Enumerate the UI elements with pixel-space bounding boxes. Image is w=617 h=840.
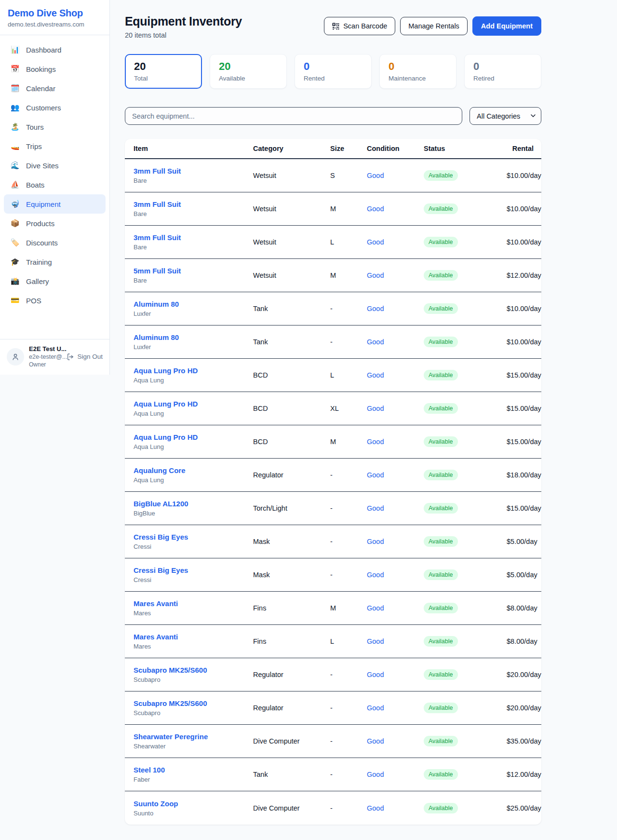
condition-link[interactable]: Good [367, 271, 384, 279]
stat-card-total[interactable]: 20 Total [125, 54, 202, 89]
status-badge: Available [424, 669, 458, 680]
condition-link[interactable]: Good [367, 571, 384, 579]
item-cell: Cressi Big Eyes Cressi [134, 566, 253, 583]
add-equipment-button[interactable]: Add Equipment [472, 16, 541, 36]
equipment-name-link[interactable]: Aqualung Core [134, 466, 186, 474]
sidebar-item[interactable]: 🚤 Trips [4, 136, 106, 156]
condition-cell: Good [367, 238, 424, 246]
condition-link[interactable]: Good [367, 471, 384, 479]
sidebar-item[interactable]: 🤿 Equipment [4, 194, 106, 214]
condition-link[interactable]: Good [367, 438, 384, 446]
equipment-category: Wetsuit [253, 271, 330, 279]
status-badge: Available [424, 736, 458, 746]
equipment-name-link[interactable]: 3mm Full Suit [134, 200, 181, 208]
equipment-brand: Shearwater [134, 743, 253, 750]
table-row: Aluminum 80 Luxfer Tank - Good Available… [125, 325, 541, 359]
item-cell: Aqua Lung Pro HD Aqua Lung [134, 400, 253, 417]
condition-link[interactable]: Good [367, 371, 384, 379]
equipment-brand: Mares [134, 610, 253, 617]
table-row: BigBlue AL1200 BigBlue Torch/Light - Goo… [125, 492, 541, 525]
status-cell: Available [424, 470, 507, 480]
equipment-name-link[interactable]: Mares Avanti [134, 599, 178, 608]
user-icon [11, 352, 20, 361]
sidebar-item[interactable]: 📦 Products [4, 214, 106, 233]
equipment-name-link[interactable]: 3mm Full Suit [134, 167, 181, 175]
condition-link[interactable]: Good [367, 671, 384, 678]
stat-card-retired[interactable]: 0 Retired [464, 54, 541, 89]
stat-card-maintenance[interactable]: 0 Maintenance [379, 54, 456, 89]
table-row: 3mm Full Suit Bare Wetsuit S Good Availa… [125, 159, 541, 192]
sidebar-item-label: POS [26, 297, 41, 305]
condition-link[interactable]: Good [367, 637, 384, 645]
sidebar-item[interactable]: 🏷️ Discounts [4, 233, 106, 252]
equipment-name-link[interactable]: Cressi Big Eyes [134, 566, 188, 574]
condition-link[interactable]: Good [367, 704, 384, 712]
condition-link[interactable]: Good [367, 172, 384, 179]
equipment-category: Dive Computer [253, 804, 330, 812]
stat-card-available[interactable]: 20 Available [210, 54, 287, 89]
sidebar-item[interactable]: 🎓 Training [4, 252, 106, 271]
equipment-name-link[interactable]: Aluminum 80 [134, 333, 179, 341]
sidebar-item-label: Calendar [26, 84, 55, 93]
stat-available-value: 20 [219, 60, 278, 72]
status-cell: Available [424, 569, 507, 580]
condition-link[interactable]: Good [367, 238, 384, 246]
equipment-name-link[interactable]: Aqua Lung Pro HD [134, 433, 198, 441]
condition-link[interactable]: Good [367, 338, 384, 346]
equipment-name-link[interactable]: Aqua Lung Pro HD [134, 400, 198, 408]
condition-link[interactable]: Good [367, 737, 384, 745]
sidebar-item[interactable]: 💳 POS [4, 291, 106, 310]
equipment-brand: Luxfer [134, 343, 253, 351]
condition-link[interactable]: Good [367, 804, 384, 812]
search-input[interactable] [125, 107, 462, 125]
sidebar-item[interactable]: 🌊 Dive Sites [4, 156, 106, 175]
sidebar-item-label: Boats [26, 181, 44, 189]
manage-rentals-button[interactable]: Manage Rentals [400, 17, 468, 35]
equipment-name-link[interactable]: 5mm Full Suit [134, 267, 181, 275]
condition-link[interactable]: Good [367, 405, 384, 412]
page-title-block: Equipment Inventory 20 items total [125, 14, 242, 39]
stat-maintenance-label: Maintenance [389, 75, 447, 82]
sidebar-item[interactable]: 🗓️ Calendar [4, 79, 106, 98]
condition-link[interactable]: Good [367, 504, 384, 512]
sidebar-item[interactable]: ⛵ Boats [4, 175, 106, 194]
equipment-name-link[interactable]: Scubapro MK25/S600 [134, 666, 207, 674]
equipment-name-link[interactable]: Aqua Lung Pro HD [134, 366, 198, 375]
category-select[interactable]: All Categories [469, 107, 541, 125]
sidebar-item[interactable]: 📊 Dashboard [4, 40, 106, 59]
table-row: Aqua Lung Pro HD Aqua Lung BCD M Good Av… [125, 425, 541, 459]
equipment-name-link[interactable]: Suunto Zoop [134, 799, 178, 808]
equipment-name-link[interactable]: Mares Avanti [134, 633, 178, 641]
condition-link[interactable]: Good [367, 205, 384, 213]
status-cell: Available [424, 803, 507, 813]
column-header-status: Status [424, 145, 507, 152]
manage-rentals-label: Manage Rentals [408, 22, 459, 30]
stat-card-rented[interactable]: 0 Rented [295, 54, 372, 89]
scan-barcode-button[interactable]: Scan Barcode [324, 17, 395, 35]
equipment-name-link[interactable]: Cressi Big Eyes [134, 533, 188, 541]
condition-cell: Good [367, 804, 424, 813]
equipment-name-link[interactable]: Steel 100 [134, 766, 165, 774]
equipment-category: BCD [253, 438, 330, 446]
sidebar-item[interactable]: 📅 Bookings [4, 59, 106, 79]
sidebar-item[interactable]: 👥 Customers [4, 98, 106, 117]
equipment-name-link[interactable]: Aluminum 80 [134, 300, 179, 308]
condition-link[interactable]: Good [367, 538, 384, 545]
equipment-name-link[interactable]: Shearwater Peregrine [134, 732, 208, 741]
equipment-name-link[interactable]: 3mm Full Suit [134, 233, 181, 242]
equipment-name-link[interactable]: BigBlue AL1200 [134, 500, 188, 508]
sign-out-button[interactable]: Sign Out [67, 353, 103, 361]
condition-link[interactable]: Good [367, 305, 384, 312]
sidebar-item-label: Products [26, 219, 54, 228]
equipment-category: Mask [253, 538, 330, 545]
condition-link[interactable]: Good [367, 771, 384, 778]
stat-rented-value: 0 [304, 60, 362, 72]
status-cell: Available [424, 436, 507, 447]
equipment-name-link[interactable]: Scubapro MK25/S600 [134, 699, 207, 707]
nav-icon: 🎓 [10, 257, 20, 266]
nav-icon: 📅 [10, 65, 20, 73]
sidebar-item[interactable]: 📸 Gallery [4, 271, 106, 291]
condition-link[interactable]: Good [367, 604, 384, 612]
condition-cell: Good [367, 570, 424, 579]
sidebar-item[interactable]: 🏝️ Tours [4, 117, 106, 136]
